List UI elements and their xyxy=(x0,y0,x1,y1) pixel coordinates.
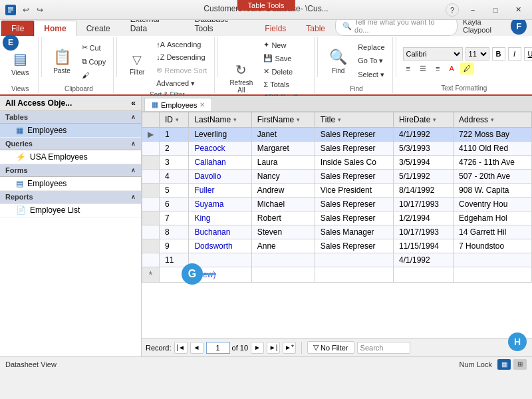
table-row[interactable]: 9DodsworthAnneSales Represer11/15/19947 … xyxy=(142,239,532,253)
align-center-button[interactable]: ☰ xyxy=(416,63,430,75)
tab-create[interactable]: Create xyxy=(76,21,120,36)
cell-id[interactable]: 7 xyxy=(160,211,189,225)
cell-lastname[interactable]: Fuller xyxy=(189,184,251,198)
italic-button[interactable]: I xyxy=(508,47,521,61)
find-button[interactable]: 🔍 Find xyxy=(325,39,352,84)
cell-address[interactable]: 14 Garrett Hil xyxy=(454,225,532,239)
cell-id[interactable]: 3 xyxy=(160,156,189,170)
col-header-hiredate[interactable]: HireDate ▾ xyxy=(393,112,453,128)
help-button[interactable]: ? xyxy=(446,3,459,17)
new-record-nav-button[interactable]: ►* xyxy=(283,342,296,354)
cell-address[interactable] xyxy=(454,267,532,283)
cell-lastname[interactable]: Buchanan xyxy=(189,225,251,239)
cell-lastname[interactable]: Leverling xyxy=(189,128,251,142)
cell-id[interactable]: 5 xyxy=(160,184,189,198)
datasheet-wrapper[interactable]: ID ▾ LastName ▾ FirstNam xyxy=(142,112,532,338)
cell-hiredate[interactable]: 3/5/1994 xyxy=(393,156,453,170)
highlight-button[interactable]: 🖊 xyxy=(460,63,474,74)
cell-lastname[interactable]: Suyama xyxy=(189,198,251,211)
cell-id[interactable]: 8 xyxy=(160,225,189,239)
table-row[interactable]: 4DavolioNancySales Represer5/1/1992507 -… xyxy=(142,170,532,184)
descending-button[interactable]: ↓Z Descending xyxy=(153,51,210,63)
close-button[interactable]: ✕ xyxy=(509,3,527,17)
prev-record-button[interactable]: ◄ xyxy=(190,342,203,354)
cell-lastname[interactable]: King xyxy=(189,211,251,225)
sidebar-item-employees-table[interactable]: ▦ Employees xyxy=(0,124,141,138)
cell-firstname[interactable] xyxy=(251,267,315,283)
table-row[interactable]: 7KingRobertSales Represer1/2/1994Edgeham… xyxy=(142,211,532,225)
cell-lastname[interactable]: Dodsworth xyxy=(189,239,251,253)
cell-title[interactable]: Sales Represer xyxy=(315,142,393,156)
table-row[interactable]: 8BuchananStevenSales Manager10/17/199314… xyxy=(142,225,532,239)
cell-firstname[interactable]: Robert xyxy=(251,211,315,225)
cell-firstname[interactable]: Laura xyxy=(251,156,315,170)
font-size-select[interactable]: 11 xyxy=(466,47,489,61)
remove-sort-button[interactable]: ⊗ Remove Sort xyxy=(153,64,210,76)
col-header-firstname[interactable]: FirstName ▾ xyxy=(251,112,315,128)
tab-close-icon[interactable]: ✕ xyxy=(200,101,205,108)
cell-lastname[interactable]: Peacock xyxy=(189,142,251,156)
cell-address[interactable]: 908 W. Capita xyxy=(454,184,532,198)
table-row[interactable]: ▶1LeverlingJanetSales Represer4/1/199272… xyxy=(142,128,532,142)
cell-firstname[interactable]: Michael xyxy=(251,198,315,211)
tab-file[interactable]: File xyxy=(1,21,34,36)
bold-button[interactable]: B xyxy=(492,47,505,61)
cell-hiredate[interactable]: 10/17/1993 xyxy=(393,225,453,239)
paste-button[interactable]: 📋 Paste xyxy=(49,39,76,84)
cell-address[interactable]: 7 Houndstoo xyxy=(454,239,532,253)
cell-address[interactable]: 4110 Old Red xyxy=(454,142,532,156)
font-name-select[interactable]: Calibri xyxy=(403,47,463,61)
next-record-button[interactable]: ► xyxy=(251,342,264,354)
cell-title[interactable]: Sales Represer xyxy=(315,128,393,142)
table-row[interactable]: 2PeacockMargaretSales Represer5/3/199341… xyxy=(142,142,532,156)
cell-hiredate[interactable]: 4/1/1992 xyxy=(393,128,453,142)
cell-address[interactable]: Edgeham Hol xyxy=(454,211,532,225)
minimize-button[interactable]: − xyxy=(464,3,481,17)
cell-address[interactable]: 722 Moss Bay xyxy=(454,128,532,142)
redo-button[interactable]: ↪ xyxy=(34,4,46,16)
cell-hiredate[interactable]: 4/1/1992 xyxy=(393,253,453,267)
align-right-button[interactable]: ≡ xyxy=(432,63,443,74)
cell-address[interactable]: 4726 - 11th Ave xyxy=(454,156,532,170)
cell-address[interactable] xyxy=(454,253,532,267)
col-header-address[interactable]: Address ▾ xyxy=(454,112,532,128)
sidebar-section-forms[interactable]: Forms ∧ xyxy=(0,164,141,177)
cell-hiredate[interactable]: 10/17/1993 xyxy=(393,198,453,211)
tab-fields[interactable]: Fields xyxy=(255,21,296,36)
cell-address[interactable]: Coventry Hou xyxy=(454,198,532,211)
col-header-lastname[interactable]: LastName ▾ xyxy=(189,112,251,128)
pivot-table-icon[interactable]: ⊞ xyxy=(513,359,527,370)
cell-hiredate[interactable]: 5/3/1993 xyxy=(393,142,453,156)
tab-table[interactable]: Table xyxy=(296,21,335,36)
select-button[interactable]: Select ▾ xyxy=(354,68,388,81)
cell-id[interactable]: 2 xyxy=(160,142,189,156)
cell-title[interactable]: Sales Manager xyxy=(315,225,393,239)
cell-hiredate[interactable]: 8/14/1992 xyxy=(393,184,453,198)
cell-lastname[interactable]: Davolio xyxy=(189,170,251,184)
views-button[interactable]: E ▤ Views xyxy=(7,39,34,84)
underline-button[interactable]: U xyxy=(524,47,532,61)
new-record-button[interactable]: ✦ New xyxy=(260,39,310,51)
replace-button[interactable]: Replace xyxy=(354,41,388,53)
cell-id[interactable]: 1 xyxy=(160,128,189,142)
sidebar-section-tables[interactable]: Tables ∧ xyxy=(0,111,141,124)
cell-hiredate[interactable]: 1/2/1994 xyxy=(393,211,453,225)
no-filter-button[interactable]: ▽ No Filter xyxy=(307,341,354,354)
cell-firstname[interactable]: Andrew xyxy=(251,184,315,198)
sidebar-section-queries[interactable]: Queries ∧ xyxy=(0,138,141,150)
cut-button[interactable]: ✂ Cut xyxy=(78,41,110,54)
cell-hiredate[interactable]: 5/1/1992 xyxy=(393,170,453,184)
cell-lastname[interactable]: Callahan xyxy=(189,156,251,170)
table-row[interactable]: 3CallahanLauraInside Sales Co3/5/1994472… xyxy=(142,156,532,170)
cell-title[interactable]: Sales Represer xyxy=(315,170,393,184)
cell-title[interactable] xyxy=(315,253,393,267)
undo-button[interactable]: ↩ xyxy=(20,4,32,16)
totals-button[interactable]: Σ Totals xyxy=(260,78,310,90)
first-record-button[interactable]: |◄ xyxy=(174,342,188,354)
table-row[interactable]: 5FullerAndrewVice President8/14/1992908 … xyxy=(142,184,532,198)
go-to-button[interactable]: Go To ▾ xyxy=(354,55,388,67)
cell-title[interactable]: Sales Represer xyxy=(315,239,393,253)
cell-firstname[interactable]: Janet xyxy=(251,128,315,142)
delete-button[interactable]: ✕ Delete xyxy=(260,65,310,78)
refresh-button[interactable]: ↻ Refresh All xyxy=(225,55,257,100)
